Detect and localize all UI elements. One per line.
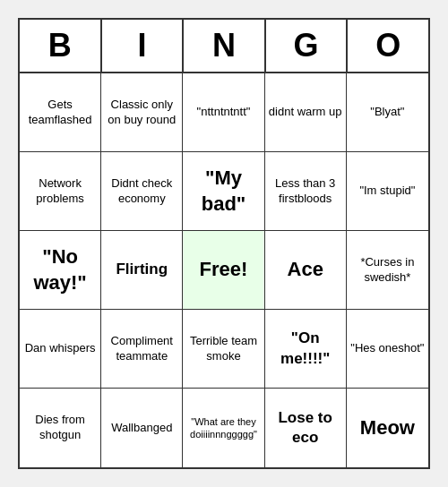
bingo-grid: Gets teamflashedClassic only on buy roun… — [20, 73, 428, 467]
bingo-card: BINGO Gets teamflashedClassic only on bu… — [18, 18, 430, 469]
bingo-cell: "What are they doiiiinnnggggg" — [183, 389, 264, 467]
bingo-cell: Compliment teammate — [101, 310, 183, 389]
bingo-cell: *Curses in swedish* — [347, 231, 428, 310]
bingo-cell: Terrible team smoke — [183, 310, 264, 389]
bingo-cell: "nttntntntt" — [183, 73, 264, 152]
bingo-cell: Dan whispers — [20, 310, 101, 389]
bingo-cell: Network problems — [20, 152, 101, 231]
bingo-cell: "Hes oneshot" — [347, 310, 428, 389]
bingo-cell: Meow — [347, 389, 428, 467]
bingo-cell: "My bad" — [183, 152, 264, 231]
bingo-cell: "No way!" — [20, 231, 101, 310]
bingo-cell: Less than 3 firstbloods — [265, 152, 347, 231]
bingo-header: BINGO — [20, 20, 428, 73]
bingo-cell: Didnt check economy — [101, 152, 183, 231]
header-letter: N — [184, 20, 266, 72]
header-letter: O — [348, 20, 428, 72]
header-letter: G — [266, 20, 349, 72]
bingo-cell: Ace — [265, 231, 347, 310]
bingo-cell: Free! — [183, 231, 264, 310]
bingo-cell: "Blyat" — [347, 73, 428, 152]
bingo-cell: Gets teamflashed — [20, 73, 101, 152]
bingo-cell: didnt warm up — [265, 73, 347, 152]
header-letter: I — [102, 20, 185, 72]
header-letter: B — [20, 20, 102, 72]
bingo-cell: Flirting — [101, 231, 183, 310]
bingo-cell: Classic only on buy round — [101, 73, 183, 152]
bingo-cell: Dies from shotgun — [20, 389, 101, 467]
bingo-cell: "On me!!!!" — [265, 310, 347, 389]
bingo-cell: Lose to eco — [265, 389, 347, 467]
bingo-cell: Wallbanged — [101, 389, 183, 467]
bingo-cell: "Im stupid" — [347, 152, 428, 231]
